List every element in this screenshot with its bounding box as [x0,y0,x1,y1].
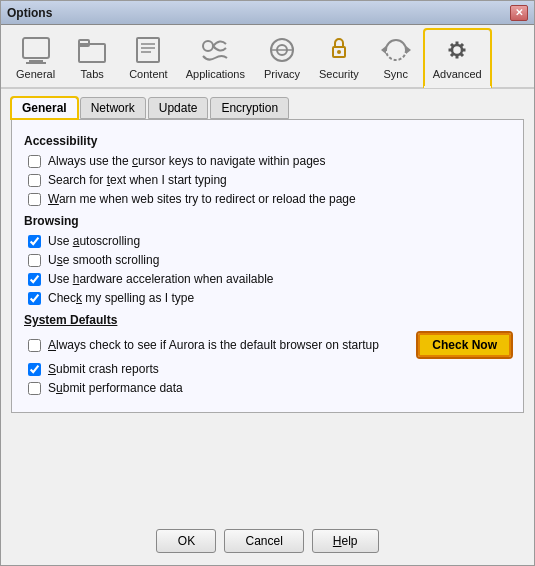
general-icon [20,34,52,66]
system-defaults-checkbox-default-browser[interactable] [28,339,41,352]
browsing-section: Browsing Use autoscrollingUse smooth scr… [24,214,511,305]
toolbar-label-security: Security [319,68,359,80]
advanced-icon [441,34,473,66]
title-bar: Options ✕ [1,1,534,25]
system-defaults-checkbox-perf-data[interactable] [28,382,41,395]
check-now-button[interactable]: Check Now [418,333,511,357]
svg-rect-0 [23,38,49,58]
close-button[interactable]: ✕ [510,5,528,21]
security-icon [323,34,355,66]
window-title: Options [7,6,52,20]
subtab-encryption[interactable]: Encryption [210,97,289,119]
svg-rect-20 [456,56,459,59]
toolbar-item-advanced[interactable]: Advanced [424,29,491,87]
svg-marker-16 [381,46,386,54]
system-defaults-label-crash-reports: Submit crash reports [48,362,159,376]
browsing-row-spell-check: Check my spelling as I type [24,291,511,305]
toolbar-item-applications[interactable]: Applications [177,29,254,87]
toolbar-label-general: General [16,68,55,80]
browsing-label-smooth-scroll: Use smooth scrolling [48,253,159,267]
browsing-row-smooth-scroll: Use smooth scrolling [24,253,511,267]
toolbar-item-tabs[interactable]: Tabs [64,29,120,87]
tabs-icon [76,34,108,66]
panel: Accessibility Always use the cursor keys… [11,119,524,413]
ok-button[interactable]: OK [156,529,216,553]
accessibility-checkbox-search-text[interactable] [28,174,41,187]
svg-rect-22 [449,49,452,52]
accessibility-row-search-text: Search for text when I start typing [24,173,511,187]
browsing-row-autoscrolling: Use autoscrolling [24,234,511,248]
browsing-checkbox-autoscrolling[interactable] [28,235,41,248]
system-defaults-checkbox-crash-reports[interactable] [28,363,41,376]
toolbar-label-sync: Sync [384,68,408,80]
system-defaults-row-perf-data: Submit performance data [24,381,511,395]
svg-point-14 [337,50,341,54]
browsing-row-hardware-accel: Use hardware acceleration when available [24,272,511,286]
svg-rect-1 [29,60,43,62]
svg-point-17 [452,45,462,55]
help-button[interactable]: Help [312,529,379,553]
system-defaults-row-crash-reports: Submit crash reports [24,362,511,376]
subtab-update[interactable]: Update [148,97,209,119]
privacy-icon [266,34,298,66]
system-defaults-title: System Defaults [24,313,511,327]
toolbar-label-advanced: Advanced [433,68,482,80]
toolbar-item-content[interactable]: Content [120,29,177,87]
accessibility-label-warn-redirect: Warn me when web sites try to redirect o… [48,192,356,206]
toolbar-item-sync[interactable]: Sync [368,29,424,87]
svg-point-9 [203,41,213,51]
toolbar-label-tabs: Tabs [81,68,104,80]
svg-marker-15 [406,46,411,54]
browsing-checkbox-smooth-scroll[interactable] [28,254,41,267]
accessibility-label-search-text: Search for text when I start typing [48,173,227,187]
system-defaults-section: System Defaults Always check to see if A… [24,313,511,395]
browsing-checkbox-hardware-accel[interactable] [28,273,41,286]
options-window: Options ✕ GeneralTabsContentApplications… [0,0,535,566]
content-icon [132,34,164,66]
content-area: GeneralNetworkUpdateEncryption Accessibi… [1,89,534,521]
system-defaults-row-default-browser: Always check to see if Aurora is the def… [24,333,511,357]
applications-icon [199,34,231,66]
system-defaults-label-default-browser: Always check to see if Aurora is the def… [48,338,379,352]
svg-rect-24 [456,42,459,45]
toolbar-label-applications: Applications [186,68,245,80]
svg-rect-5 [137,38,159,62]
subtab-general[interactable]: General [11,97,78,119]
browsing-label-autoscrolling: Use autoscrolling [48,234,140,248]
accessibility-row-warn-redirect: Warn me when web sites try to redirect o… [24,192,511,206]
accessibility-row-cursor-keys: Always use the cursor keys to navigate w… [24,154,511,168]
accessibility-section: Accessibility Always use the cursor keys… [24,134,511,206]
accessibility-checkbox-cursor-keys[interactable] [28,155,41,168]
toolbar-item-security[interactable]: Security [310,29,368,87]
browsing-checkbox-spell-check[interactable] [28,292,41,305]
toolbar-label-content: Content [129,68,168,80]
sync-icon [380,34,412,66]
browsing-label-hardware-accel: Use hardware acceleration when available [48,272,274,286]
toolbar-item-general[interactable]: General [7,29,64,87]
toolbar: GeneralTabsContentApplicationsPrivacySec… [1,25,534,89]
accessibility-title: Accessibility [24,134,511,148]
sub-tabs: GeneralNetworkUpdateEncryption [11,97,524,119]
subtab-network[interactable]: Network [80,97,146,119]
browsing-title: Browsing [24,214,511,228]
cancel-button[interactable]: Cancel [224,529,303,553]
toolbar-label-privacy: Privacy [264,68,300,80]
system-defaults-label-perf-data: Submit performance data [48,381,183,395]
svg-rect-18 [463,49,466,52]
svg-rect-2 [26,62,46,64]
toolbar-item-privacy[interactable]: Privacy [254,29,310,87]
browsing-label-spell-check: Check my spelling as I type [48,291,194,305]
accessibility-checkbox-warn-redirect[interactable] [28,193,41,206]
footer: OK Cancel Help [1,521,534,565]
accessibility-label-cursor-keys: Always use the cursor keys to navigate w… [48,154,325,168]
